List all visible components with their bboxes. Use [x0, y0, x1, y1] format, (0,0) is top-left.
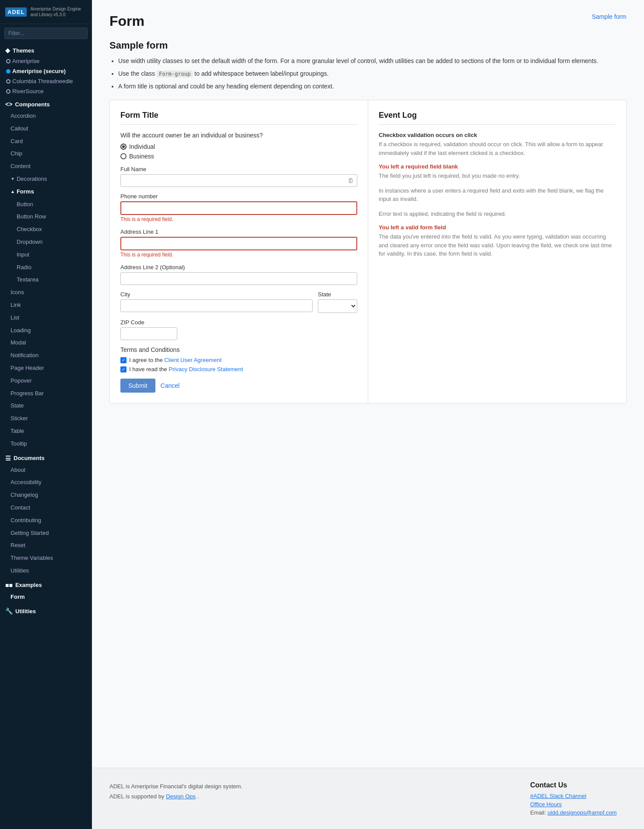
sidebar-section-utilities[interactable]: 🔧 Utilities	[0, 603, 92, 617]
checkbox-client-agreement[interactable]: ✓ I agree to the Client User Agreement	[120, 357, 357, 363]
sidebar-item-button-row[interactable]: Button Row	[0, 211, 92, 223]
submit-button[interactable]: Submit	[120, 379, 155, 393]
radio-circle-individual	[120, 144, 127, 150]
event-entry-1: Checkbox validation occurs on click If a…	[379, 132, 616, 157]
checkbox-label-client: I agree to the Client User Agreement	[129, 357, 222, 363]
sidebar-item-modal[interactable]: Modal	[0, 337, 92, 349]
radio-group: Individual Business	[120, 143, 357, 160]
sidebar-item-contributing[interactable]: Contributing	[0, 514, 92, 527]
sidebar-item-changelog[interactable]: Changelog	[0, 489, 92, 502]
input-full-name[interactable]	[120, 174, 357, 187]
input-address1[interactable]	[120, 237, 357, 250]
sidebar-item-popover[interactable]: Popover	[0, 375, 92, 387]
footer-email: Email: uidd.designops@ampf.com	[530, 809, 626, 816]
sidebar-item-ameriprise-secure[interactable]: Ameriprise (secure)	[0, 66, 92, 76]
select-state[interactable]	[318, 299, 357, 313]
sidebar-item-list[interactable]: List	[0, 312, 92, 324]
filter-input[interactable]	[4, 28, 88, 39]
sidebar: ADEL Ameriprise Design Engine and Librar…	[0, 0, 92, 829]
sidebar-item-checkbox[interactable]: Checkbox	[0, 223, 92, 236]
design-ops-link[interactable]: Design Ops	[166, 793, 196, 800]
input-zip[interactable]	[120, 327, 177, 340]
sidebar-item-columbia[interactable]: Columbia Threadneedle	[0, 76, 92, 86]
radio-business[interactable]: Business	[120, 153, 357, 160]
event-entry-3: In instances where a user enters a requi…	[379, 186, 616, 204]
cancel-button[interactable]: Cancel	[161, 382, 180, 389]
sidebar-item-dropdown[interactable]: Dropdown	[0, 236, 92, 249]
sidebar-item-content[interactable]: Content	[0, 160, 92, 173]
error-phone: This is a required field.	[120, 216, 357, 222]
label-phone: Phone number	[120, 193, 357, 200]
sidebar-item-reset[interactable]: Reset	[0, 539, 92, 552]
components-label: Components	[15, 101, 49, 108]
sidebar-item-accordion[interactable]: Accordion	[0, 110, 92, 123]
sidebar-section-components[interactable]: <> Components	[0, 96, 92, 110]
sidebar-item-forms[interactable]: ▲Forms	[0, 186, 92, 198]
sidebar-item-chip[interactable]: Chip	[0, 148, 92, 160]
privacy-link[interactable]: Privacy Disclosure Statement	[169, 366, 243, 372]
themes-icon: ◆	[5, 47, 10, 54]
logo: ADEL	[5, 7, 27, 17]
examples-icon: ■■	[5, 582, 13, 589]
radio-individual[interactable]: Individual	[120, 143, 357, 150]
full-name-input-wrap: 🗓	[120, 174, 357, 187]
terms-section: Terms and Conditions ✓ I agree to the Cl…	[120, 346, 357, 372]
sidebar-item-contact[interactable]: Contact	[0, 502, 92, 514]
sidebar-item-card[interactable]: Card	[0, 135, 92, 148]
sidebar-item-riversource[interactable]: RiverSource	[0, 86, 92, 96]
input-address2[interactable]	[120, 272, 357, 285]
client-agreement-link[interactable]: Client User Agreement	[164, 357, 222, 363]
sidebar-item-button[interactable]: Button	[0, 198, 92, 211]
footer: ADEL is Ameriprise Financial's digital d…	[92, 768, 644, 829]
sidebar-item-table[interactable]: Table	[0, 425, 92, 438]
sidebar-item-getting-started[interactable]: Getting Started	[0, 527, 92, 540]
sidebar-section-themes[interactable]: ◆ Themes	[0, 42, 92, 56]
sidebar-item-progress-bar[interactable]: Progress Bar	[0, 387, 92, 400]
sidebar-item-decorations[interactable]: ▼Decorations	[0, 173, 92, 186]
sidebar-item-radio[interactable]: Radio	[0, 261, 92, 274]
logo-subtitle: Ameriprise Design Engine and Library v5.…	[30, 6, 87, 18]
radio-dot-ameriprise	[6, 59, 11, 63]
event-entry-2-title: You left a required field blank	[379, 163, 616, 170]
sidebar-item-input[interactable]: Input	[0, 249, 92, 261]
sidebar-item-about[interactable]: About	[0, 464, 92, 477]
sidebar-item-sticker[interactable]: Sticker	[0, 412, 92, 425]
office-hours-link[interactable]: Office Hours	[530, 801, 626, 808]
sidebar-item-theme-variables[interactable]: Theme Variables	[0, 552, 92, 565]
code-snippet: Form-group	[157, 70, 193, 77]
email-link[interactable]: uidd.designops@ampf.com	[548, 809, 617, 816]
input-phone[interactable]	[120, 201, 357, 215]
sidebar-item-textarea[interactable]: Textarea	[0, 274, 92, 286]
label-address2: Address Line 2 (Optional)	[120, 264, 357, 270]
sidebar-section-examples[interactable]: ■■ Examples	[0, 577, 92, 591]
radio-dot-columbia	[6, 79, 11, 84]
section-title: Sample form	[109, 40, 626, 51]
page-top-row: Form Sample form	[109, 13, 626, 31]
sidebar-item-tooltip[interactable]: Tooltip	[0, 438, 92, 450]
sidebar-item-example-form[interactable]: Form	[0, 591, 92, 604]
event-entry-1-title: Checkbox validation occurs on click	[379, 132, 616, 138]
form-demo-panel: Form Title Will the account owner be an …	[109, 100, 626, 404]
sidebar-item-state[interactable]: State	[0, 400, 92, 412]
sidebar-item-notification[interactable]: Notification	[0, 349, 92, 362]
sidebar-item-loading[interactable]: Loading	[0, 324, 92, 337]
sidebar-section-documents[interactable]: ☰ Documents	[0, 450, 92, 464]
sidebar-item-icons[interactable]: Icons	[0, 286, 92, 299]
sidebar-item-accessibility[interactable]: Accessibility	[0, 476, 92, 489]
columbia-label: Columbia Threadneedle	[12, 78, 73, 84]
slack-link[interactable]: #ADEL Slack Channel	[530, 793, 626, 799]
sidebar-item-callout[interactable]: Callout	[0, 123, 92, 135]
error-address1: This is a required field.	[120, 252, 357, 258]
sample-form-link[interactable]: Sample form	[592, 13, 626, 20]
sidebar-item-link[interactable]: Link	[0, 299, 92, 312]
checkbox-privacy[interactable]: ✓ I have read the Privacy Disclosure Sta…	[120, 366, 357, 372]
sidebar-item-ameriprise[interactable]: Ameriprise	[0, 56, 92, 66]
radio-dot-ameriprise-secure	[6, 69, 11, 74]
label-zip: ZIP Code	[120, 319, 177, 326]
collapse-icon: ▼	[11, 176, 15, 183]
input-city[interactable]	[120, 299, 313, 312]
sidebar-item-page-header[interactable]: Page Header	[0, 362, 92, 375]
sidebar-item-utilities[interactable]: Utilities	[0, 565, 92, 577]
event-entry-2: You left a required field blank The fiel…	[379, 163, 616, 180]
form-demo-right: Event Log Checkbox validation occurs on …	[368, 100, 626, 403]
